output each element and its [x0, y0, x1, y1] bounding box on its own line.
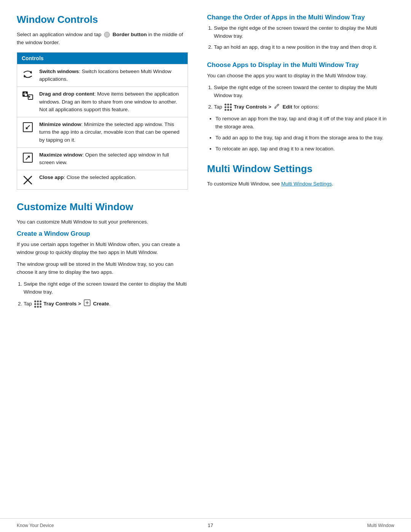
choose-step2-prefix: Tap	[214, 104, 224, 110]
customize-title: Customize Multi Window	[17, 201, 188, 213]
close-label: Close app	[39, 174, 64, 180]
right-column: Change the Order of Apps in the Multi Wi…	[203, 14, 394, 503]
close-icon	[21, 174, 35, 186]
choose-step1: Swipe the right edge of the screen towar…	[214, 84, 394, 100]
controls-desc-close: Close app: Close the selected applicatio…	[39, 174, 136, 181]
svg-marker-9	[29, 96, 30, 98]
controls-desc-switch: Switch windows: Switch locations between…	[39, 68, 184, 83]
choose-apps-steps: Swipe the right edge of the screen towar…	[214, 84, 394, 112]
bullet-relocate-text: To relocate an app, tap and drag it to a…	[215, 146, 335, 152]
drag-icon	[21, 90, 35, 102]
controls-row-switch: Switch windows: Switch locations between…	[17, 64, 188, 87]
choose-step1-text: Swipe the right edge of the screen towar…	[214, 85, 377, 98]
svg-point-0	[104, 32, 110, 37]
create-step-1: Swipe the right edge of the screen towar…	[24, 280, 188, 296]
drag-label: Drag and drop content	[39, 91, 94, 97]
change-order-section: Change the Order of Apps in the Multi Wi…	[207, 14, 394, 51]
controls-table: Controls Switch windows: S	[17, 52, 188, 190]
controls-row-close: Close app: Close the selected applicatio…	[17, 170, 188, 189]
create-step1-text: Swipe the right edge of the screen towar…	[24, 281, 187, 295]
minimize-icon	[21, 121, 35, 133]
create-group-p1: If you use certain apps together in Mult…	[17, 241, 188, 257]
bullet-add: To add an app to the tray, tap and drag …	[215, 134, 394, 142]
maximize-icon	[21, 151, 35, 163]
left-column: Window Controls Select an application wi…	[17, 14, 203, 503]
footer-right: Multi Window	[367, 523, 394, 528]
intro-text-part1: Select an application window and tap	[17, 32, 101, 37]
switch-label: Switch windows	[39, 69, 79, 74]
choose-apps-intro: You can choose the apps you want to disp…	[207, 72, 394, 80]
create-group-title: Create a Window Group	[17, 230, 188, 238]
window-controls-section: Window Controls Select an application wi…	[17, 14, 188, 190]
settings-title: Multi Window Settings	[207, 163, 394, 175]
page-footer: Know Your Device 17 Multi Window	[0, 518, 411, 532]
intro-bold: Border button	[113, 32, 147, 37]
svg-line-23	[274, 108, 276, 109]
controls-desc-minimize: Minimize window: Minimize the selected a…	[39, 121, 184, 144]
choose-step2-tray-label: Tray Controls >	[234, 104, 271, 110]
window-controls-title: Window Controls	[17, 14, 188, 26]
svg-rect-5	[25, 92, 27, 94]
edit-icon	[274, 103, 280, 112]
minimize-label: Minimize window	[39, 121, 81, 127]
create-icon	[84, 299, 91, 309]
controls-row-minimize: Minimize window: Minimize the selected a…	[17, 117, 188, 147]
bullet-remove-text: To remove an app from the tray, tap and …	[215, 116, 387, 129]
choose-step2-suffix: for options:	[294, 104, 319, 110]
window-controls-intro: Select an application window and tap Bor…	[17, 31, 188, 47]
footer-page-number: 17	[208, 522, 213, 528]
border-icon	[104, 32, 110, 38]
create-group-subsection: Create a Window Group If you use certain…	[17, 230, 188, 308]
choose-apps-title: Choose Apps to Display in the Multi Wind…	[207, 61, 394, 69]
content-area: Window Controls Select an application wi…	[0, 0, 411, 518]
controls-desc-drag: Drag and drop content: Move items betwee…	[39, 90, 184, 113]
controls-row-drag: Drag and drop content: Move items betwee…	[17, 86, 188, 117]
create-group-p2: The window group will be stored in the M…	[17, 260, 188, 276]
choose-step2: Tap Tray Controls >	[214, 103, 394, 112]
choose-apps-bullets: To remove an app from the tray, tap and …	[215, 115, 394, 153]
create-step2-create-label: Create	[93, 301, 109, 307]
create-step-2: Tap	[24, 299, 188, 309]
controls-header: Controls	[17, 53, 188, 64]
svg-rect-6	[23, 94, 25, 96]
settings-suffix: .	[332, 181, 333, 187]
change-order-steps: Swipe the right edge of the screen towar…	[214, 24, 394, 51]
change-step1-text: Swipe the right edge of the screen towar…	[214, 25, 377, 39]
settings-link[interactable]: Multi Window Settings	[281, 181, 332, 187]
create-step2-tray-label: Tray Controls >	[43, 301, 81, 307]
change-step2-text: Tap an hold an app, drag it to a new pos…	[214, 44, 377, 50]
switch-icon	[21, 68, 35, 80]
close-desc: : Close the selected application.	[64, 174, 137, 180]
settings-intro-text: To customize Multi Window, see Multi Win…	[207, 180, 394, 188]
bullet-remove: To remove an app from the tray, tap and …	[215, 115, 394, 131]
create-step2-prefix: Tap	[24, 301, 33, 307]
maximize-label: Maximize window	[39, 152, 82, 158]
svg-line-21	[277, 105, 278, 105]
svg-rect-7	[28, 95, 33, 99]
choose-step2-edit-label: Edit	[282, 104, 292, 110]
settings-section: Multi Window Settings To customize Multi…	[207, 163, 394, 188]
choose-tray-icon	[225, 104, 232, 111]
create-group-steps: Swipe the right edge of the screen towar…	[24, 280, 188, 309]
change-order-title: Change the Order of Apps in the Multi Wi…	[207, 14, 394, 21]
svg-rect-4	[23, 92, 25, 94]
settings-prefix: To customize Multi Window, see	[207, 181, 280, 187]
create-step2-period: .	[109, 301, 111, 307]
change-order-step2: Tap an hold an app, drag it to a new pos…	[214, 43, 394, 51]
svg-line-22	[275, 107, 276, 108]
choose-apps-section: Choose Apps to Display in the Multi Wind…	[207, 61, 394, 153]
page: Window Controls Select an application wi…	[0, 0, 411, 532]
controls-desc-maximize: Maximize window: Open the selected app w…	[39, 151, 184, 167]
bullet-add-text: To add an app to the tray, tap and drag …	[215, 135, 384, 141]
tray-controls-icon	[34, 300, 41, 308]
customize-intro: You can customize Multi Window to suit y…	[17, 218, 188, 226]
bullet-relocate: To relocate an app, tap and drag it to a…	[215, 145, 394, 153]
change-order-step1: Swipe the right edge of the screen towar…	[214, 24, 394, 40]
customize-section: Customize Multi Window You can customize…	[17, 201, 188, 308]
footer-left: Know Your Device	[17, 523, 54, 528]
controls-row-maximize: Maximize window: Open the selected app w…	[17, 147, 188, 170]
